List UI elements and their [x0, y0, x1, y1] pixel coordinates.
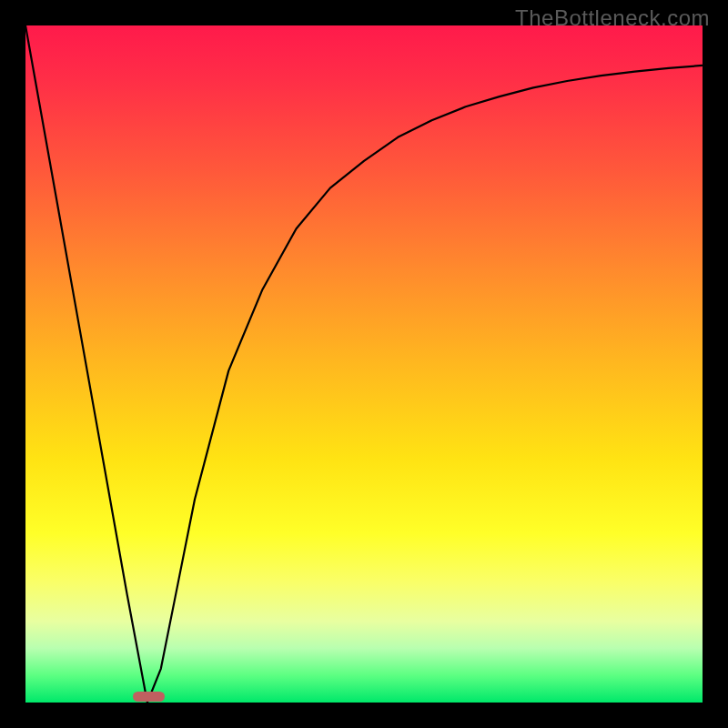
minimum-marker [133, 692, 165, 701]
plot-area [25, 25, 703, 703]
chart-frame: TheBottleneck.com [0, 0, 728, 728]
bottleneck-curve-path [25, 25, 703, 703]
curve-svg [25, 25, 703, 703]
